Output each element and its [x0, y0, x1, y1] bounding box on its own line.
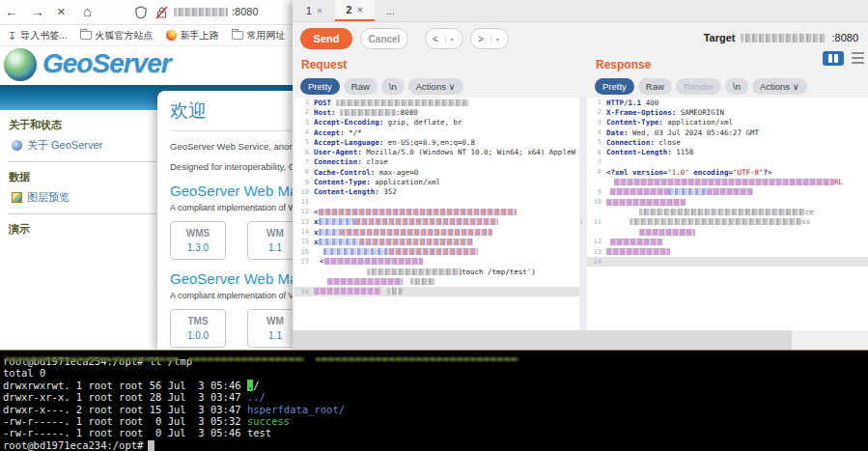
- service-version-link[interactable]: 1.3.0: [187, 242, 209, 253]
- tab-render[interactable]: Render: [676, 78, 721, 95]
- response-xml-declaration: <?xml version="1.0" encoding="UTF-8"?>: [587, 167, 868, 177]
- request-line: POST: [294, 98, 579, 107]
- sidebar-heading-about: 关于和状态: [0, 110, 164, 134]
- service-label: WM: [266, 228, 284, 239]
- response-body-line-redacted: ss: [587, 217, 868, 227]
- response-line: HTTP/1.1 400: [587, 98, 868, 107]
- response-line: Connection: close: [587, 137, 868, 147]
- send-button[interactable]: Send: [300, 28, 352, 49]
- url-host-redacted: [174, 8, 228, 16]
- next-request-button[interactable]: >▾: [470, 28, 509, 49]
- response-line: Date: Wed, 03 Jul 2024 05:46:27 GMT: [587, 127, 868, 137]
- request-line: Host: :8080: [294, 107, 579, 117]
- home-icon[interactable]: ⌂: [83, 3, 92, 20]
- service-version-link[interactable]: 1.1: [268, 242, 282, 253]
- request-body-wrap-line: [294, 276, 579, 286]
- terminal-listing-line: drwxrwxrwt. 1 root root 56 Jul 3 05:46 .…: [3, 380, 868, 391]
- request-body-line-redacted: [294, 246, 579, 256]
- split-layout-button[interactable]: [823, 51, 844, 66]
- sidebar-link-layer-preview[interactable]: 图层预览: [0, 186, 164, 209]
- stop-icon[interactable]: ×: [57, 3, 66, 20]
- request-line: Content-Type: application/xml: [294, 177, 579, 186]
- repeater-tab-2[interactable]: 2✕: [335, 0, 376, 21]
- insecure-lock-icon[interactable]: [155, 6, 168, 19]
- back-icon[interactable]: ←: [5, 3, 18, 20]
- firefox-icon: [166, 30, 177, 41]
- service-label: WM: [266, 316, 284, 326]
- request-panel-title: Request: [301, 58, 347, 71]
- request-body-line-redacted: x: [294, 237, 579, 246]
- sidebar-heading-demo: 演示: [0, 214, 164, 239]
- divider-handle[interactable]: ⁞: [580, 220, 582, 224]
- import-icon: ↧: [8, 31, 16, 41]
- service-version-link[interactable]: 1.1: [268, 330, 282, 341]
- bookmark-firefox-site[interactable]: 火狐官方站点: [80, 29, 154, 42]
- request-body-wrap-line: touch /tmp/test'): [294, 267, 579, 276]
- request-line: Connection: close: [294, 157, 579, 167]
- about-icon: [12, 140, 22, 151]
- tab-raw[interactable]: Raw: [638, 78, 672, 95]
- cancel-button[interactable]: Cancel: [360, 28, 408, 49]
- response-body-line-redacted: [587, 246, 868, 256]
- response-body-line-redacted: [587, 187, 868, 197]
- tab-pretty[interactable]: Pretty: [300, 78, 340, 95]
- geoserver-logo-text: GeoServer: [42, 48, 171, 79]
- prev-request-button[interactable]: <▾: [425, 28, 463, 49]
- request-line: Accept: */*: [294, 127, 579, 137]
- tab-newline[interactable]: \n: [725, 78, 748, 95]
- forward-icon[interactable]: →: [31, 3, 44, 20]
- layout-menu-icon[interactable]: [852, 52, 864, 64]
- burp-bottom-strip: [293, 330, 868, 350]
- target-label: Target: [704, 32, 736, 43]
- response-body-wrap-line: ce: [587, 207, 868, 216]
- response-line: Content-Type: application/xml: [587, 118, 868, 127]
- geoserver-sidebar: 关于和状态 关于 GeoServer 数据 图层预览 演示: [0, 110, 164, 350]
- terminal-window[interactable]: root@bd1971eca234:/opt# ll /tmp total 0 …: [0, 350, 868, 451]
- response-line: Content-Length: 1158: [587, 147, 868, 156]
- chevron-down-icon[interactable]: ▾: [445, 36, 459, 42]
- request-view-tabs: Pretty Raw \n Actions ∨: [300, 78, 463, 95]
- shield-icon[interactable]: [135, 6, 147, 19]
- terminal-cursor: [148, 440, 154, 451]
- target-indicator: Target :8080: [704, 32, 858, 43]
- sidebar-link-about-geoserver[interactable]: 关于 GeoServer: [0, 134, 164, 156]
- service-version-link[interactable]: 1.0.0: [187, 330, 209, 341]
- repeater-tab-more[interactable]: ...: [375, 0, 406, 21]
- response-panel-title: Response: [596, 58, 651, 71]
- request-body-line-redacted: x: [294, 227, 579, 237]
- request-editor[interactable]: POST Host: :8080 Accept-Encoding: gzip, …: [294, 98, 579, 330]
- response-body-line-redacted: [587, 197, 868, 207]
- response-body-wrap-line: RL: [587, 177, 868, 186]
- folder-icon: [232, 31, 243, 40]
- request-line: Accept-Encoding: gzip, deflate, br: [294, 118, 579, 127]
- response-body-wrap-line: [587, 227, 868, 237]
- request-body-line-selected: [294, 287, 579, 296]
- service-label: TMS: [187, 316, 208, 326]
- request-line: User-Agent: Mozilla/5.0 (Windows NT 10.0…: [294, 147, 579, 156]
- request-line: Accept-Language: en-US;q=0.9,en;q=0.8: [294, 137, 579, 147]
- response-body-line-selected: [587, 257, 868, 267]
- response-line-blank: [587, 157, 868, 167]
- panel-divider[interactable]: [579, 98, 587, 330]
- close-icon[interactable]: ✕: [317, 7, 323, 15]
- tab-raw[interactable]: Raw: [344, 78, 378, 95]
- bookmark-getting-started[interactable]: 新手上路: [166, 29, 219, 42]
- actions-dropdown[interactable]: Actions ∨: [752, 78, 807, 95]
- bookmark-common-urls[interactable]: 常用网址: [232, 29, 286, 42]
- close-icon[interactable]: ✕: [356, 6, 363, 14]
- request-body-line-redacted: <: [294, 257, 579, 267]
- service-box-wms: WMS 1.3.0: [170, 221, 226, 260]
- terminal-output-line: total 0: [3, 367, 868, 379]
- chevron-down-icon[interactable]: ▾: [490, 36, 504, 42]
- request-line-blank: [294, 197, 579, 207]
- repeater-tab-1[interactable]: 1✕: [294, 0, 335, 21]
- tab-pretty[interactable]: Pretty: [595, 78, 634, 95]
- actions-dropdown[interactable]: Actions ∨: [408, 78, 463, 95]
- touch-command-fragment: touch /tmp/test'): [462, 268, 536, 276]
- service-label: WMS: [186, 228, 210, 239]
- response-editor[interactable]: HTTP/1.1 400 X-Frame-Options: SAMEORIGIN…: [587, 98, 868, 330]
- url-bar[interactable]: :8080: [124, 2, 293, 22]
- response-line: X-Frame-Options: SAMEORIGIN: [587, 107, 868, 117]
- tab-newline[interactable]: \n: [381, 78, 405, 95]
- bookmark-import[interactable]: ↧导入书签...: [8, 29, 68, 42]
